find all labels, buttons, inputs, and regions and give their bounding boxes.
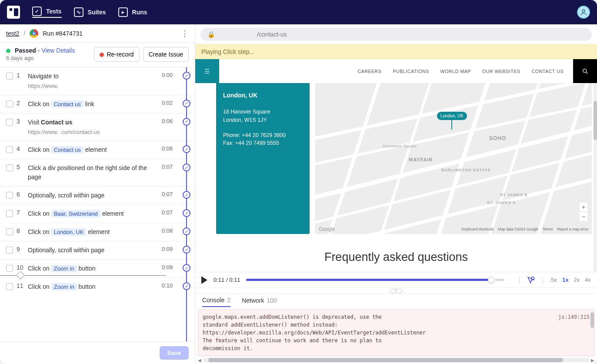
right-panel: 🔒 /contact-us Playing Click step... ☰ CA… [195,24,597,364]
step-row[interactable]: 3 Visit Contact us https://www. .com/con… [0,113,195,141]
tab-network[interactable]: Network100 [242,297,277,307]
step-row[interactable]: 10 Click on Zoom in button 0:09 ✓ [0,259,195,277]
map-pin[interactable]: London, UK [437,112,467,120]
console-horizontal-scrollbar[interactable]: ◀ ▶ [195,356,597,364]
step-row[interactable]: 2 Click on Contact us link 0:02 ✓ [0,95,195,113]
preview-scrollbar[interactable] [594,83,597,272]
step-checkbox[interactable] [6,73,13,80]
map[interactable]: London, UK SOHO MAYFAIR BURLINGTON ESTAT… [315,83,592,234]
chrome-icon [30,29,38,38]
breadcrumb-run: Run #8474731 [43,30,83,37]
speed-4x[interactable]: 4x [585,277,591,283]
cursor-icon [527,276,535,284]
kebab-menu[interactable]: ⋮ [181,29,189,38]
step-index: 7 [17,209,28,216]
site-nav-item[interactable]: WORLD MAP [440,69,471,74]
site-search-button[interactable] [573,59,597,83]
step-row[interactable]: 1 Navigate to https://www. 0:00 ✓ [0,67,195,95]
hamburger-icon[interactable]: ☰ [195,59,219,83]
nav-suites[interactable]: ∿ Suites [74,7,106,17]
map-zoom-in[interactable]: + [579,202,588,212]
site-nav-item[interactable]: PUBLICATIONS [393,69,429,74]
step-time: 0:02 [162,100,180,106]
playing-banner: Playing Click step... [195,44,597,59]
create-issue-button[interactable]: Create Issue [143,47,189,62]
step-row[interactable]: 7 Click on Baar, Switzerland element 0:0… [0,204,195,223]
step-row[interactable]: 4 Click on Contact us element 0:06 ✓ [0,140,195,159]
app-logo[interactable] [7,6,20,19]
google-logo: Google [319,226,335,232]
console-vertical-scrollbar[interactable] [590,310,594,356]
status-text: Passed [15,47,36,54]
drag-handle-icon[interactable]: ≡ [390,289,403,293]
step-checkbox[interactable] [6,192,13,199]
step-checkbox[interactable] [6,119,13,126]
step-checkbox[interactable] [6,247,13,254]
step-index: 6 [17,191,28,198]
step-time: 0:07 [162,209,180,216]
console-message: google.maps.event.addDomListener() is de… [203,313,407,352]
steps-scroll[interactable]: 1 Navigate to https://www. 0:00 ✓ 2 Clic… [0,67,195,341]
step-desc: Optionally, scroll within page [28,191,162,200]
faq-heading: Frequently asked questions [195,250,597,264]
status-row: Passed - View Details 6 days ago Re-reco… [0,43,195,67]
step-desc: Click on Baar, Switzerland element [28,209,162,218]
breadcrumb: test2 / Run #8474731 ⋮ [0,24,195,43]
step-checkbox[interactable] [6,210,13,217]
step-check-icon: ✓ [183,227,190,235]
status-dot-icon [6,49,10,53]
step-row[interactable]: 5 Click a div positioned on the right si… [0,159,195,186]
address-line-1: 18 Hanover Square [223,108,303,116]
view-details-link[interactable]: View Details [41,47,75,54]
play-button[interactable] [201,276,207,284]
step-row[interactable]: 8 Click on London, UK element 0:08 ✓ [0,223,195,241]
nav-runs[interactable]: ▸ Runs [118,7,147,17]
step-row[interactable]: 11 Click on Zoom in button 0:10 ✓ [0,277,195,296]
tab-console[interactable]: Console2 [202,297,230,307]
map-zoom-controls: + − [579,202,588,222]
site-nav-item[interactable]: CAREERS [357,69,381,74]
save-button[interactable]: Save [160,346,189,360]
nav-tests[interactable]: ✓ Tests [32,7,62,18]
map-zoom-out[interactable]: − [579,212,588,221]
svg-point-0 [582,10,585,12]
scrubber-thumb[interactable] [488,277,494,283]
site-nav-item[interactable]: OUR WEBSITES [482,69,520,74]
step-time: 0:07 [162,164,180,170]
step-row[interactable]: 6 Optionally, scroll within page 0:07 ✓ [0,186,195,204]
speed-1x[interactable]: 1x [562,277,568,283]
step-index: 4 [17,145,28,152]
step-checkbox[interactable] [6,228,13,235]
scrubber[interactable] [246,279,494,281]
map-terms-link[interactable]: Terms [543,227,553,231]
search-icon [582,68,589,75]
url-bar[interactable]: 🔒 /contact-us [200,28,592,41]
cursor-trail-toggle[interactable] [526,275,536,285]
step-checkbox[interactable] [6,146,13,153]
step-check-icon: ✓ [183,164,190,171]
speed-controls: .5x1x2x4x [550,277,591,283]
step-desc: Click on Zoom in button [28,264,162,273]
step-desc: Optionally, scroll within page [28,246,162,255]
step-index: 11 [17,282,28,289]
step-check-icon: ✓ [183,191,190,199]
avatar[interactable] [577,6,590,19]
re-record-button[interactable]: Re-record [94,47,139,62]
step-checkbox[interactable] [6,100,13,107]
step-desc: Visit Contact us https://www. .com/conta… [28,118,162,137]
speed-2x[interactable]: 2x [574,277,580,283]
lock-icon: 🔒 [207,31,215,38]
step-checkbox[interactable] [6,283,13,290]
speed-.5x[interactable]: .5x [550,277,557,283]
step-checkbox[interactable] [6,164,13,171]
site-nav-item[interactable]: CONTACT US [532,69,564,74]
map-keyboard-shortcuts[interactable]: Keyboard shortcuts [462,227,494,231]
step-index: 2 [17,100,28,107]
step-check-icon: ✓ [183,145,190,153]
breadcrumb-test[interactable]: test2 [6,30,19,37]
step-index: 8 [17,227,28,234]
map-report-link[interactable]: Report a map error [557,227,588,231]
step-checkbox[interactable] [6,265,13,272]
map-data-attribution: Map data ©2024 Google [498,227,538,231]
step-row[interactable]: 9 Optionally, scroll within page 0:09 ✓ [0,241,195,259]
